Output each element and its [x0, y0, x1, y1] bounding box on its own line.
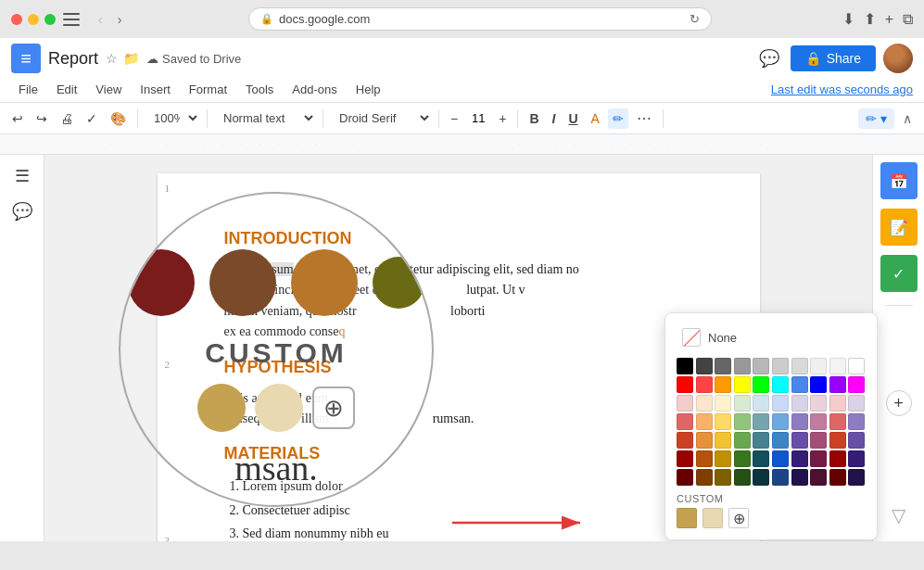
swatch-blue[interactable]: [791, 376, 808, 393]
swatch-medpurple[interactable]: [791, 413, 808, 430]
forward-button[interactable]: ›: [114, 10, 126, 29]
spellcheck-button[interactable]: ✓: [82, 108, 102, 129]
swatch-dkred[interactable]: [677, 432, 693, 449]
swatch-lightgray3[interactable]: [791, 358, 808, 374]
traffic-light-yellow[interactable]: [28, 14, 39, 25]
swatch-vdkgreen[interactable]: [734, 450, 751, 467]
folder-icon[interactable]: 📁: [123, 51, 139, 66]
menu-view[interactable]: View: [88, 79, 129, 100]
swatch-gray[interactable]: [734, 358, 751, 374]
swatch-vdkpurple[interactable]: [791, 450, 808, 467]
menu-file[interactable]: File: [11, 79, 45, 100]
text-color-button[interactable]: A: [587, 108, 604, 129]
swatch-dkpurple[interactable]: [791, 432, 808, 449]
swatch-medpink[interactable]: [810, 413, 827, 430]
zoom-select[interactable]: 100%: [145, 108, 200, 129]
font-size-decrease-button[interactable]: −: [446, 108, 462, 129]
new-tab-button[interactable]: +: [885, 11, 893, 28]
swatch-medred[interactable]: [677, 413, 693, 430]
swatch-green[interactable]: [753, 376, 769, 393]
menu-format[interactable]: Format: [182, 79, 234, 100]
swatch-lightgray5[interactable]: [829, 358, 846, 374]
swatch-vdkorange[interactable]: [696, 450, 713, 467]
outline-icon[interactable]: ☰: [11, 162, 33, 190]
menu-insert[interactable]: Insert: [133, 79, 178, 100]
swatch-lightred[interactable]: [677, 395, 693, 412]
menu-help[interactable]: Help: [348, 79, 388, 100]
swatch-medteal[interactable]: [753, 413, 769, 430]
back-button[interactable]: ‹: [95, 10, 107, 29]
collapse-toolbar-button[interactable]: ∧: [898, 108, 917, 129]
swatch-red[interactable]: [677, 376, 693, 393]
swatch-blkred[interactable]: [677, 469, 693, 486]
swatch-white[interactable]: [848, 358, 865, 374]
italic-button[interactable]: I: [548, 108, 561, 129]
bold-button[interactable]: B: [525, 108, 543, 129]
swatch-cyan[interactable]: [772, 376, 789, 393]
tasks-icon[interactable]: ✓: [880, 255, 918, 292]
custom-swatch-2[interactable]: [702, 508, 723, 528]
swatch-blkpurple[interactable]: [791, 469, 808, 486]
doc-title[interactable]: Report: [48, 49, 98, 69]
last-edit-text[interactable]: Last edit was seconds ago: [771, 82, 913, 96]
notes-icon[interactable]: 📝: [880, 209, 918, 246]
font-size-input[interactable]: [464, 111, 492, 125]
underline-button[interactable]: U: [563, 108, 582, 129]
swatch-blkyellow[interactable]: [715, 469, 731, 486]
share-button[interactable]: 🔒 Share: [791, 45, 876, 71]
sidebar-toggle[interactable]: [63, 13, 80, 26]
traffic-light-green[interactable]: [44, 14, 56, 25]
style-select[interactable]: Normal text: [214, 108, 316, 129]
swatch-dkpurple2[interactable]: [848, 432, 865, 449]
swatch-medorange[interactable]: [696, 413, 713, 430]
swatch-lightpurple[interactable]: [791, 395, 808, 412]
swatch-black[interactable]: [677, 358, 693, 374]
edit-mode-button[interactable]: ✏▾: [858, 108, 894, 129]
swatch-lightyellow[interactable]: [715, 395, 731, 412]
swatch-lightpurple2[interactable]: [848, 395, 865, 412]
more-button[interactable]: ⋯: [632, 107, 656, 130]
swatch-yellow[interactable]: [734, 376, 751, 393]
undo-button[interactable]: ↩: [7, 108, 28, 129]
swatch-dkorange[interactable]: [696, 432, 713, 449]
swatch-dkblue[interactable]: [772, 432, 789, 449]
swatch-lightgreen[interactable]: [734, 395, 751, 412]
swatch-magenta[interactable]: [848, 376, 865, 393]
swatch-vdkyellow[interactable]: [715, 450, 731, 467]
menu-tools[interactable]: Tools: [238, 79, 281, 100]
swatch-darkgray2[interactable]: [715, 358, 731, 374]
font-select[interactable]: Droid Serif: [330, 108, 432, 129]
address-bar[interactable]: 🔒 docs.google.com ↻: [248, 7, 712, 31]
comments-button[interactable]: 💬: [755, 44, 783, 72]
swatch-purple[interactable]: [829, 376, 846, 393]
swatch-lightorange[interactable]: [696, 395, 713, 412]
swatch-vdkred2[interactable]: [829, 450, 846, 467]
comment-icon[interactable]: 💬: [8, 197, 36, 225]
swatch-medgreen[interactable]: [734, 413, 751, 430]
download-button[interactable]: ⬇: [842, 10, 854, 28]
add-custom-color-button[interactable]: ⊕: [728, 508, 749, 528]
swatch-darkblue[interactable]: [810, 376, 827, 393]
swatch-blkgreen[interactable]: [734, 469, 751, 486]
menu-edit[interactable]: Edit: [49, 79, 84, 100]
swatch-lightpink[interactable]: [810, 395, 827, 412]
swatch-vdkteal[interactable]: [753, 450, 769, 467]
swatch-lightgray4[interactable]: [810, 358, 827, 374]
swatch-darkgray1[interactable]: [696, 358, 713, 374]
swatch-lightgray1[interactable]: [753, 358, 769, 374]
swatch-vdkred[interactable]: [677, 450, 693, 467]
redo-button[interactable]: ↪: [32, 108, 52, 129]
swatch-medblue[interactable]: [772, 413, 789, 430]
share-button[interactable]: ⬆: [864, 10, 876, 28]
menu-addons[interactable]: Add-ons: [285, 79, 344, 100]
font-size-increase-button[interactable]: +: [494, 108, 511, 129]
traffic-light-red[interactable]: [11, 14, 22, 25]
swatch-red2[interactable]: [696, 376, 713, 393]
swatch-vdkpink[interactable]: [810, 450, 827, 467]
highlight-button[interactable]: ✏: [608, 108, 628, 129]
swatch-dkred2[interactable]: [829, 432, 846, 449]
bookmark-icon[interactable]: ☆: [106, 51, 118, 66]
add-plugin-button[interactable]: +: [886, 390, 912, 416]
swatch-lightgray2[interactable]: [772, 358, 789, 374]
swatch-medpurple2[interactable]: [848, 413, 865, 430]
